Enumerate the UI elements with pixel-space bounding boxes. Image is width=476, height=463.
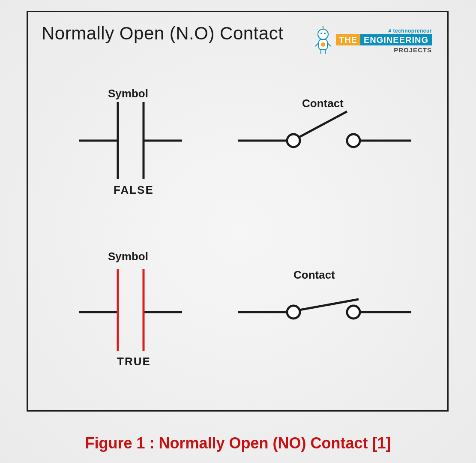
svg-point-18: [347, 134, 360, 147]
svg-point-27: [347, 306, 360, 319]
svg-point-16: [287, 134, 300, 147]
no-contact-diagram: [28, 12, 447, 410]
figure-caption: Figure 1 : Normally Open (NO) Contact [1…: [0, 434, 476, 452]
svg-line-17: [299, 111, 347, 137]
svg-point-25: [287, 306, 300, 319]
figure-frame: Normally Open (N.O) Contact # technopren…: [27, 11, 449, 412]
